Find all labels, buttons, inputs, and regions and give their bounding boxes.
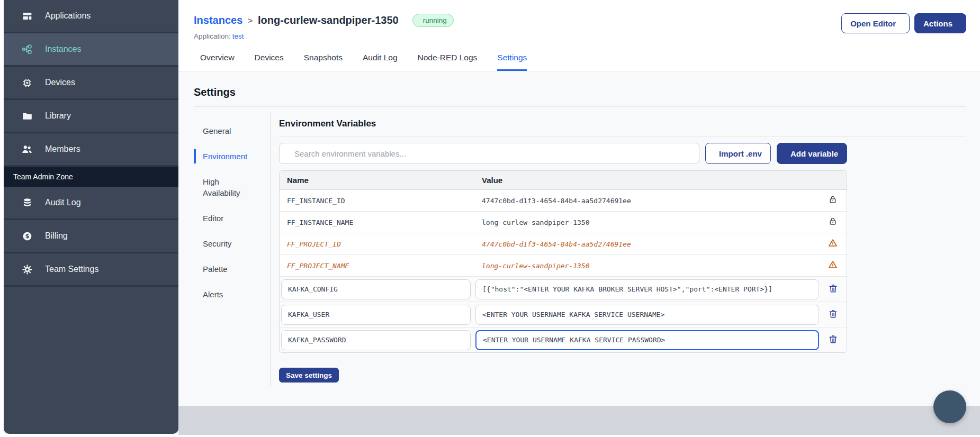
search-input[interactable] — [293, 149, 691, 159]
table-row: FF_INSTANCE_NAMElong-curlew-sandpiper-13… — [280, 212, 847, 233]
env-title: Environment Variables — [279, 119, 966, 129]
column-header-name: Name — [280, 176, 482, 185]
lock-icon — [819, 195, 847, 206]
warning-icon — [828, 260, 838, 271]
sidebar-item-label: Team Settings — [45, 265, 98, 274]
env-value: 4747c0bd-d1f3-4654-84b4-aa5d274691ee — [482, 240, 819, 248]
add-variable-button[interactable]: Add variable — [777, 143, 847, 164]
env-value: long-curlew-sandpiper-1350 — [482, 262, 819, 270]
members-icon — [20, 143, 34, 155]
sidebar-item-library[interactable]: Library — [4, 100, 178, 133]
trash-icon — [828, 309, 838, 321]
settings-nav-security[interactable]: Security — [194, 236, 253, 251]
settings-title: Settings — [194, 86, 966, 98]
application-row: Application:test — [194, 32, 966, 40]
status-badge: running — [412, 14, 454, 27]
env-name: FF_INSTANCE_ID — [280, 197, 482, 205]
billing-icon: $ — [20, 231, 34, 242]
open-editor-label: Open Editor — [850, 19, 896, 28]
import-env-label: Import .env — [719, 149, 762, 158]
header-actions: Open Editor Actions — [841, 13, 966, 33]
tab-node-red-logs[interactable]: Node-RED Logs — [418, 53, 478, 71]
application-link[interactable]: test — [232, 32, 244, 40]
open-editor-button[interactable]: Open Editor — [841, 13, 910, 33]
library-icon — [20, 111, 34, 122]
svg-text:$: $ — [25, 233, 29, 240]
sidebar-item-devices[interactable]: Devices — [4, 67, 178, 100]
actions-label: Actions — [923, 19, 952, 28]
tab-overview[interactable]: Overview — [200, 53, 235, 71]
warning-icon — [819, 260, 847, 271]
settings-nav-editor[interactable]: Editor — [194, 211, 253, 225]
instance-name: long-curlew-sandpiper-1350 — [258, 14, 399, 26]
env-name-input[interactable] — [281, 330, 471, 350]
tab-devices[interactable]: Devices — [255, 53, 284, 71]
env-value-input[interactable] — [475, 305, 819, 325]
settings-nav-general[interactable]: General — [194, 124, 253, 138]
sidebar-item-label: Audit Log — [45, 198, 81, 207]
settings-nav-high-availability[interactable]: High Availability — [194, 175, 253, 200]
trash-icon — [828, 284, 838, 295]
breadcrumb-instances-link[interactable]: Instances — [194, 14, 242, 26]
chat-launcher[interactable] — [933, 390, 966, 423]
env-toolbar: Import .env Add variable — [279, 143, 847, 164]
tab-settings[interactable]: Settings — [497, 53, 527, 71]
main-area: Instances > long-curlew-sandpiper-1350 r… — [178, 0, 980, 435]
actions-button[interactable]: Actions — [914, 13, 966, 33]
breadcrumb-separator: > — [248, 16, 253, 25]
delete-variable-button[interactable] — [819, 284, 847, 295]
table-row: FF_PROJECT_NAMElong-curlew-sandpiper-135… — [280, 255, 847, 277]
team-settings-icon — [20, 264, 34, 275]
lock-icon — [819, 216, 847, 228]
env-name: FF_PROJECT_ID — [280, 240, 482, 248]
save-settings-button[interactable]: Save settings — [279, 368, 339, 383]
sidebar-item-label: Members — [45, 144, 80, 154]
sidebar-item-instances[interactable]: Instances — [4, 33, 178, 67]
lock-icon — [828, 195, 838, 206]
env-name-input[interactable] — [281, 279, 471, 299]
add-variable-label: Add variable — [790, 149, 838, 158]
settings-nav-environment[interactable]: Environment — [194, 149, 253, 163]
sidebar-item-label: Billing — [45, 231, 68, 241]
env-variables-table: Name Value FF_INSTANCE_ID4747c0bd-d1f3-4… — [279, 170, 847, 353]
tab-audit-log[interactable]: Audit Log — [363, 53, 398, 71]
environment-panel: Environment Variables Import .env — [271, 113, 966, 386]
env-name: FF_INSTANCE_NAME — [280, 218, 482, 226]
sidebar-item-applications[interactable]: Applications — [4, 0, 178, 33]
settings-content: Settings GeneralEnvironmentHigh Availabi… — [178, 71, 980, 406]
sidebar-item-label: Devices — [45, 78, 75, 87]
tab-snapshots[interactable]: Snapshots — [304, 53, 343, 71]
sidebar-item-audit-log[interactable]: Audit Log — [4, 187, 178, 220]
applications-icon — [20, 11, 34, 22]
settings-nav-palette[interactable]: Palette — [194, 262, 253, 276]
env-value-input[interactable] — [475, 279, 819, 299]
import-env-button[interactable]: Import .env — [705, 143, 771, 164]
table-header: Name Value — [280, 171, 847, 190]
env-value: 4747c0bd-d1f3-4654-84b4-aa5d274691ee — [482, 197, 819, 205]
table-row: FF_PROJECT_ID4747c0bd-d1f3-4654-84b4-aa5… — [280, 233, 847, 255]
delete-variable-button[interactable] — [819, 309, 847, 321]
sidebar-item-label: Applications — [45, 11, 91, 21]
lock-icon — [828, 216, 838, 228]
audit-log-icon — [20, 197, 34, 208]
settings-nav-alerts[interactable]: Alerts — [194, 287, 253, 302]
sidebar-item-billing[interactable]: $Billing — [4, 220, 178, 253]
footer-band — [178, 406, 980, 435]
app-window: ApplicationsInstancesDevicesLibraryMembe… — [0, 0, 980, 435]
sidebar-item-team-settings[interactable]: Team Settings — [4, 253, 178, 287]
env-value: long-curlew-sandpiper-1350 — [482, 218, 819, 226]
search-box — [279, 143, 699, 164]
sidebar-item-label: Instances — [45, 44, 81, 54]
delete-variable-button[interactable] — [819, 334, 847, 346]
table-row — [280, 302, 847, 327]
env-name: FF_PROJECT_NAME — [280, 262, 482, 270]
table-row: FF_INSTANCE_ID4747c0bd-d1f3-4654-84b4-aa… — [280, 190, 847, 212]
env-value-input[interactable] — [475, 330, 819, 350]
page-header: Instances > long-curlew-sandpiper-1350 r… — [178, 0, 980, 40]
sidebar-item-label: Library — [45, 111, 71, 121]
env-name-input[interactable] — [281, 305, 471, 325]
instance-tabs: OverviewDevicesSnapshotsAudit LogNode-RE… — [178, 40, 980, 71]
status-badge-label: running — [423, 16, 447, 24]
sidebar-item-members[interactable]: Members — [4, 133, 178, 167]
warning-icon — [828, 238, 838, 250]
